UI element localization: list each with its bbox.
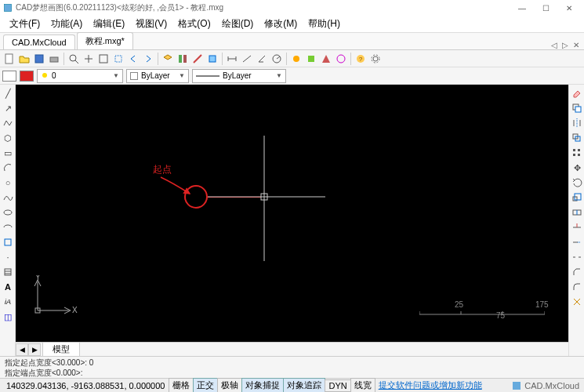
layer-dropdown[interactable]: 0 ▼: [37, 69, 123, 83]
tab-tutorial[interactable]: 教程.mxg*: [77, 32, 133, 49]
chamfer-tool[interactable]: [570, 265, 584, 279]
dim-radius-button[interactable]: [270, 52, 284, 66]
menu-file[interactable]: 文件(F): [5, 16, 45, 32]
menu-func[interactable]: 功能(A): [46, 16, 87, 32]
linetype-dropdown[interactable]: ByLayer ▼: [192, 69, 286, 83]
rectangle-tool[interactable]: ▭: [1, 146, 15, 160]
status-grid-toggle[interactable]: 栅格: [169, 378, 194, 392]
close-button[interactable]: ✕: [557, 1, 581, 15]
xline-tool[interactable]: ↗: [1, 101, 15, 115]
point-tool[interactable]: ·: [1, 250, 15, 264]
menu-draw[interactable]: 绘图(D): [217, 16, 259, 32]
tool-d-button[interactable]: [334, 52, 348, 66]
offset-tool[interactable]: [570, 131, 584, 145]
svg-rect-29: [5, 269, 11, 275]
mirror-tool[interactable]: [570, 116, 584, 130]
svg-point-27: [4, 210, 12, 215]
status-dyn-toggle[interactable]: DYN: [325, 379, 350, 392]
mtext-tool[interactable]: iA: [1, 295, 15, 309]
region-tool[interactable]: ◫: [1, 310, 15, 324]
stretch-tool[interactable]: [570, 205, 584, 220]
zoom-window-button[interactable]: [111, 52, 125, 66]
svg-rect-50: [573, 149, 575, 151]
trim-tool[interactable]: [570, 220, 584, 234]
new-button[interactable]: [2, 52, 16, 66]
fillet-tool[interactable]: [570, 280, 584, 294]
tab-next-button[interactable]: ▷: [560, 41, 570, 49]
open-button[interactable]: [17, 52, 31, 66]
insert-block-tool[interactable]: [1, 235, 15, 249]
ellipse-arc-tool[interactable]: [1, 220, 15, 234]
scroll-left-button[interactable]: ◀: [16, 343, 28, 356]
tab-mxcloud[interactable]: CAD.MxCloud: [3, 34, 75, 49]
titlebar: CAD梦想画图(6.0.20211123)<炫彩的好, ,会员1> - 教程.m…: [0, 0, 584, 16]
undo-button[interactable]: [126, 52, 140, 66]
layers-button[interactable]: [161, 52, 175, 66]
rotate-tool[interactable]: [570, 176, 584, 190]
save-button[interactable]: [32, 52, 46, 66]
array-tool[interactable]: [570, 146, 584, 160]
pan-button[interactable]: [82, 52, 96, 66]
tool-a-button[interactable]: [289, 52, 303, 66]
print-button[interactable]: [47, 52, 61, 66]
break-tool[interactable]: [570, 250, 584, 264]
menu-modify[interactable]: 修改(M): [259, 16, 302, 32]
tab-close-button[interactable]: ✕: [571, 41, 581, 49]
zoom-extents-button[interactable]: [96, 52, 111, 66]
line-tool[interactable]: ╱: [1, 86, 15, 100]
command-area[interactable]: 指定起点宽度<30.000>: 0 指定端点宽度<0.000>:: [0, 356, 584, 378]
zoom-button[interactable]: [67, 52, 81, 66]
status-osnap-toggle[interactable]: 对象捕捉: [241, 378, 284, 392]
minimize-button[interactable]: —: [510, 1, 534, 15]
dim-linear-button[interactable]: [225, 52, 239, 66]
arc-tool[interactable]: [1, 161, 15, 175]
status-otrack-toggle[interactable]: 对象追踪: [283, 378, 325, 392]
extend-tool[interactable]: [570, 235, 584, 249]
scale-tick-0: 25: [455, 300, 463, 309]
svg-line-5: [75, 60, 78, 64]
status-polar-toggle[interactable]: 极轴: [217, 378, 242, 392]
maximize-button[interactable]: ☐: [534, 1, 557, 15]
lightbulb-icon: [41, 72, 49, 80]
svg-rect-53: [578, 154, 580, 156]
hatch-tool[interactable]: [1, 265, 15, 279]
settings-button[interactable]: [368, 52, 383, 66]
drawing-area[interactable]: 起点 YX 25 75 175 ◀: [16, 85, 568, 356]
properties-button[interactable]: [176, 52, 190, 66]
color-swatch-red[interactable]: [20, 71, 34, 82]
redo-button[interactable]: [141, 52, 155, 66]
menu-edit[interactable]: 编辑(E): [89, 16, 129, 32]
block-button[interactable]: [205, 52, 219, 66]
polyline-tool[interactable]: [1, 116, 15, 130]
copy-tool[interactable]: [570, 101, 584, 115]
scale-tool[interactable]: [570, 191, 584, 205]
scale-tick-1: 75: [496, 311, 505, 320]
ellipse-tool[interactable]: [1, 205, 15, 220]
menu-view[interactable]: 视图(V): [131, 16, 172, 32]
match-props-button[interactable]: [190, 52, 205, 66]
color-dropdown[interactable]: ByLayer ▼: [126, 69, 189, 83]
text-tool[interactable]: A: [1, 280, 15, 294]
feedback-link[interactable]: 提交软件问题或增加新功能: [375, 379, 485, 391]
help-button[interactable]: ?: [354, 52, 368, 66]
scroll-right-button[interactable]: ▶: [28, 343, 41, 356]
color-swatch-white[interactable]: [2, 71, 16, 82]
status-lineweight-toggle[interactable]: 线宽: [350, 378, 375, 392]
tab-prev-button[interactable]: ◁: [550, 41, 559, 49]
spline-tool[interactable]: [1, 191, 15, 205]
status-ortho-toggle[interactable]: 正交: [193, 378, 218, 392]
svg-rect-18: [308, 56, 314, 62]
svg-line-14: [243, 56, 251, 62]
menu-help[interactable]: 帮助(H): [303, 16, 345, 32]
dim-angular-button[interactable]: [255, 52, 269, 66]
menu-format[interactable]: 格式(O): [173, 16, 215, 32]
explode-tool[interactable]: [570, 295, 584, 309]
tool-c-button[interactable]: [319, 52, 333, 66]
polygon-tool[interactable]: ⬡: [1, 131, 15, 145]
model-tab[interactable]: 模型: [42, 342, 80, 357]
erase-tool[interactable]: [570, 86, 584, 100]
circle-tool[interactable]: ○: [1, 176, 15, 190]
move-tool[interactable]: ✥: [570, 161, 584, 175]
tool-b-button[interactable]: [304, 52, 318, 66]
dim-aligned-button[interactable]: [240, 52, 254, 66]
